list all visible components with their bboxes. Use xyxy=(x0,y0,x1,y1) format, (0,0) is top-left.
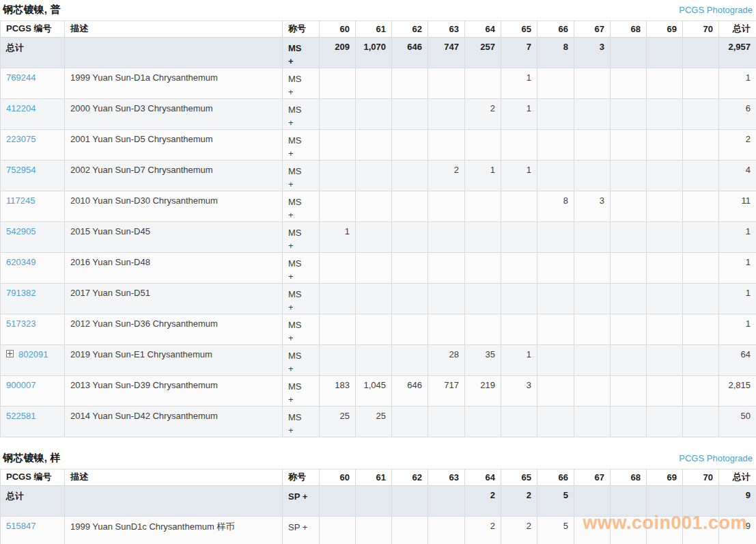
designation-cell: MS + xyxy=(283,407,320,437)
grade-count-cell: 5 xyxy=(537,517,574,544)
photograde-link[interactable]: PCGS Photograde xyxy=(679,5,755,15)
grade-67-column-header: 67 xyxy=(574,21,611,38)
coin-description-cell: 2002 Yuan Sun-D7 Chrysanthemum xyxy=(65,161,283,191)
grade-count-cell xyxy=(647,99,683,130)
grade-count-cell xyxy=(356,517,392,544)
grade-count-cell xyxy=(428,517,465,544)
pcgs-number-link[interactable]: 522581 xyxy=(6,411,36,421)
grade-61-column-header: 61 xyxy=(356,21,392,38)
designation-cell: MS + xyxy=(283,99,320,130)
pcgs-number-link[interactable]: 791382 xyxy=(6,288,36,298)
grade-count-cell xyxy=(392,345,428,376)
grade-count-cell xyxy=(611,284,647,314)
pcgs-number-link[interactable]: 117245 xyxy=(6,195,35,206)
table-body: 总计SP +22595158471999 Yuan SunD1c Chrysan… xyxy=(1,486,756,544)
grade-61-column-header: 61 xyxy=(356,470,392,486)
total-count-cell: 2,815 xyxy=(719,376,756,407)
grade-count-cell: 2 xyxy=(428,161,465,191)
pcgs-number-link[interactable]: 900007 xyxy=(6,380,36,390)
total-count-cell: 9 xyxy=(719,517,756,544)
pcgs-number-link[interactable]: 412204 xyxy=(6,103,36,113)
pcgs-number-link[interactable]: 517323 xyxy=(6,318,36,329)
grade-count-cell xyxy=(574,517,611,544)
grade-count-cell xyxy=(465,191,501,222)
photograde-link[interactable]: PCGS Photograde xyxy=(679,453,755,463)
grade-count-cell xyxy=(574,253,611,284)
total-count-cell: 4 xyxy=(719,161,756,191)
designation-cell: SP + xyxy=(283,486,320,517)
grade-count-cell xyxy=(320,99,356,130)
grade-count-cell xyxy=(574,99,611,130)
grade-62-column-header: 62 xyxy=(392,470,428,486)
grade-count-cell xyxy=(392,517,428,544)
section-specimen-strike: 钢芯镀镍, 样 PCGS Photograde PCGS 编号 描述 称号 60… xyxy=(0,448,756,544)
grade-60-column-header: 60 xyxy=(320,21,356,38)
pcgs-number-link[interactable]: 752954 xyxy=(6,165,36,175)
pcgs-number-cell: 522581 xyxy=(1,407,65,437)
grade-count-cell xyxy=(392,191,428,222)
pcgs-number-link[interactable]: 542905 xyxy=(6,226,36,236)
grade-count-cell xyxy=(392,222,428,253)
grade-count-cell xyxy=(683,517,719,544)
grade-count-cell: 5 xyxy=(537,486,574,517)
population-table: PCGS 编号 描述 称号 60 61 62 63 64 65 66 67 68… xyxy=(0,469,756,544)
table-row: 4122042000 Yuan Sun-D3 ChrysanthemumMS +… xyxy=(1,99,756,130)
grade-count-cell xyxy=(537,130,574,161)
grade-count-cell xyxy=(647,376,683,407)
grade-count-cell xyxy=(320,161,356,191)
grade-count-cell xyxy=(611,407,647,437)
total-count-cell: 1 xyxy=(719,314,756,345)
grade-count-cell xyxy=(428,486,465,517)
grade-count-cell xyxy=(320,284,356,314)
total-count-cell: 1 xyxy=(719,68,756,99)
grade-count-cell xyxy=(647,486,683,517)
grade-count-cell: 1 xyxy=(320,222,356,253)
pcgs-number-link[interactable]: 769244 xyxy=(6,72,36,83)
grade-count-cell xyxy=(574,130,611,161)
grade-count-cell: 3 xyxy=(501,376,537,407)
grade-68-column-header: 68 xyxy=(611,21,647,38)
pcgs-number-link[interactable]: 802091 xyxy=(18,349,48,359)
grade-count-cell xyxy=(611,486,647,517)
grade-count-cell xyxy=(320,253,356,284)
designation-cell: MS + xyxy=(283,314,320,345)
grade-count-cell xyxy=(611,130,647,161)
designation-text: MS + xyxy=(288,226,309,252)
designation-cell: MS + xyxy=(283,222,320,253)
grade-count-cell: 1 xyxy=(501,99,537,130)
grade-count-cell xyxy=(428,68,465,99)
grade-count-cell xyxy=(392,284,428,314)
grade-count-cell xyxy=(611,99,647,130)
grade-count-cell xyxy=(428,191,465,222)
grade-count-cell xyxy=(611,161,647,191)
grade-66-column-header: 66 xyxy=(537,21,574,38)
total-count-cell: 1 xyxy=(719,284,756,314)
coin-description-cell: 2014 Yuan Sun-D42 Chrysanthemum xyxy=(65,407,283,437)
pcgs-number-link[interactable]: 515847 xyxy=(6,521,36,531)
population-report-page: 钢芯镀镍, 普 PCGS Photograde PCGS 编号 描述 称号 60… xyxy=(0,0,756,544)
grade-count-cell xyxy=(501,222,537,253)
designation-cell: MS + xyxy=(283,376,320,407)
table-row: 5173232012 Yuan Sun-D36 ChrysanthemumMS … xyxy=(1,314,756,345)
grade-count-cell xyxy=(428,222,465,253)
expand-plus-icon[interactable] xyxy=(6,350,14,357)
coin-description-cell: 1999 Yuan Sun-D1a Chrysanthemum xyxy=(65,68,283,99)
grade-count-cell xyxy=(537,222,574,253)
section-header: 钢芯镀镍, 样 PCGS Photograde xyxy=(0,448,756,469)
coin-description-cell: 2019 Yuan Sun-E1 Chrysanthemum xyxy=(65,345,283,376)
grade-count-cell xyxy=(392,99,428,130)
totals-row: 总计SP +2259 xyxy=(1,486,756,517)
grade-count-cell xyxy=(574,68,611,99)
total-count-cell: 1 xyxy=(719,253,756,284)
designation-cell: MS + xyxy=(283,345,320,376)
grade-count-cell xyxy=(428,253,465,284)
pcgs-number-link[interactable]: 620349 xyxy=(6,257,36,267)
grade-count-cell xyxy=(501,314,537,345)
grade-count-cell xyxy=(537,376,574,407)
grade-count-cell xyxy=(574,161,611,191)
totals-row: 总计MS +2091,0706467472577832,957 xyxy=(1,38,756,68)
grade-count-cell xyxy=(683,314,719,345)
pcgs-number-link[interactable]: 223075 xyxy=(6,134,36,144)
designation-text: MS + xyxy=(288,349,309,375)
grade-count-cell xyxy=(501,407,537,437)
